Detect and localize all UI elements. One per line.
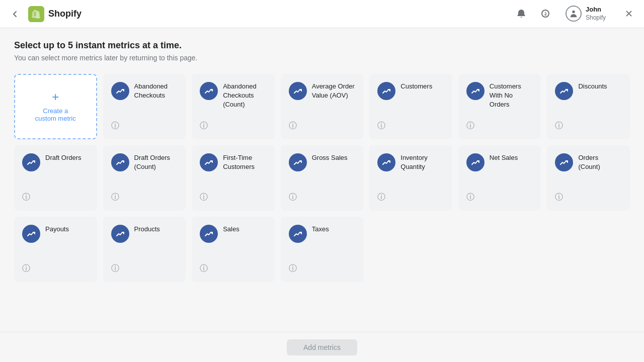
info-icon[interactable]: ⓘ (377, 121, 444, 131)
create-custom-metric-card[interactable]: + Create acustom metric (14, 74, 97, 139)
metric-card-top: Inventory Quantity (377, 153, 444, 171)
shopify-bag-icon (28, 6, 44, 22)
metric-card-top: Abandoned Checkouts (111, 82, 178, 100)
metric-card-products[interactable]: Products ⓘ (103, 217, 186, 282)
metric-card-draft-orders-count[interactable]: Draft Orders (Count) ⓘ (103, 145, 186, 211)
footer: Add metrics (0, 332, 644, 362)
metric-card-top: Discounts (555, 82, 622, 100)
metric-card-top: Taxes (289, 225, 356, 243)
info-icon[interactable]: ⓘ (466, 192, 533, 203)
metric-icon (466, 82, 485, 100)
metric-icon (111, 225, 129, 243)
help-button[interactable] (537, 6, 553, 22)
metric-icon (289, 153, 307, 171)
main-content: Select up to 5 instant metrics at a time… (0, 28, 644, 332)
metric-label: Draft Orders (Count) (134, 153, 178, 171)
page-subtitle: You can select more metrics later by ret… (14, 54, 630, 62)
metric-icon (22, 225, 40, 243)
info-icon[interactable]: ⓘ (111, 121, 178, 131)
metric-card-first-time-customers[interactable]: First-Time Customers ⓘ (192, 145, 275, 211)
metric-label: Customers (400, 82, 432, 91)
user-info: John Shopify (586, 6, 606, 22)
metric-label: Gross Sales (312, 153, 348, 162)
metric-card-top: Products (111, 225, 178, 243)
info-icon[interactable]: ⓘ (555, 192, 622, 203)
metric-card-top: Customers With No Orders (466, 82, 533, 110)
metric-card-customers-no-orders[interactable]: Customers With No Orders ⓘ (458, 74, 541, 139)
back-button[interactable] (8, 7, 22, 21)
user-avatar (566, 6, 582, 22)
info-icon[interactable]: ⓘ (289, 263, 356, 274)
create-label: Create acustom metric (35, 107, 76, 122)
metric-card-top: Sales (200, 225, 267, 243)
metric-card-top: Draft Orders (22, 153, 89, 171)
app-header: Shopify John Shopify (0, 0, 644, 28)
metric-card-sales[interactable]: Sales ⓘ (192, 217, 275, 282)
metric-icon (466, 153, 485, 171)
metric-icon (555, 82, 573, 100)
metric-icon (111, 153, 129, 171)
metric-label: Sales (223, 225, 239, 234)
metric-icon (377, 82, 395, 100)
metric-label: Abandoned Checkouts (Count) (223, 82, 267, 110)
metric-card-top: Customers (377, 82, 444, 100)
metric-card-top: Net Sales (466, 153, 533, 171)
metric-label: Products (134, 225, 160, 234)
header-right: John Shopify (513, 4, 636, 24)
metric-card-inventory-quantity[interactable]: Inventory Quantity ⓘ (369, 145, 452, 211)
info-icon[interactable]: ⓘ (200, 192, 267, 203)
info-icon[interactable]: ⓘ (22, 263, 89, 274)
metric-card-average-order-value[interactable]: Average Order Value (AOV) ⓘ (281, 74, 364, 139)
metric-card-net-sales[interactable]: Net Sales ⓘ (458, 145, 541, 211)
user-name: John (586, 6, 606, 14)
info-icon[interactable]: ⓘ (289, 192, 356, 203)
info-icon[interactable]: ⓘ (377, 192, 444, 203)
metric-label: Payouts (45, 225, 69, 234)
app-name: Shopify (48, 9, 82, 19)
metric-card-abandoned-checkouts[interactable]: Abandoned Checkouts ⓘ (103, 74, 186, 139)
metric-card-gross-sales[interactable]: Gross Sales ⓘ (281, 145, 364, 211)
info-icon[interactable]: ⓘ (22, 192, 89, 203)
header-left: Shopify (8, 6, 82, 22)
metric-icon (289, 82, 307, 100)
metric-label: Taxes (312, 225, 329, 234)
info-icon[interactable]: ⓘ (200, 121, 267, 131)
info-icon[interactable]: ⓘ (466, 121, 533, 131)
metric-icon (200, 153, 218, 171)
metric-label: First-Time Customers (223, 153, 267, 171)
metric-card-orders-count[interactable]: Orders (Count) ⓘ (547, 145, 630, 211)
metric-card-top: Average Order Value (AOV) (289, 82, 356, 100)
metric-card-draft-orders[interactable]: Draft Orders ⓘ (14, 145, 97, 211)
metric-label: Orders (Count) (578, 153, 622, 171)
info-icon[interactable]: ⓘ (289, 121, 356, 131)
metric-icon (200, 82, 218, 100)
info-icon[interactable]: ⓘ (200, 263, 267, 274)
metric-card-payouts[interactable]: Payouts ⓘ (14, 217, 97, 282)
metric-label: Draft Orders (45, 153, 82, 162)
page-title: Select up to 5 instant metrics at a time… (14, 40, 630, 51)
metric-icon (555, 153, 573, 171)
metric-icon (22, 153, 40, 171)
metric-card-top: Abandoned Checkouts (Count) (200, 82, 267, 110)
metric-icon (200, 225, 218, 243)
user-menu[interactable]: John Shopify (561, 4, 610, 24)
metric-card-abandoned-checkouts-count[interactable]: Abandoned Checkouts (Count) ⓘ (192, 74, 275, 139)
metric-card-discounts[interactable]: Discounts ⓘ (547, 74, 630, 139)
metric-card-top: Gross Sales (289, 153, 356, 171)
metric-card-taxes[interactable]: Taxes ⓘ (281, 217, 364, 282)
metric-card-top: Payouts (22, 225, 89, 243)
info-icon[interactable]: ⓘ (111, 192, 178, 203)
info-icon[interactable]: ⓘ (555, 121, 622, 131)
close-button[interactable] (622, 7, 636, 21)
metric-card-top: Orders (Count) (555, 153, 622, 171)
metric-label: Average Order Value (AOV) (312, 82, 356, 100)
notifications-button[interactable] (513, 6, 529, 22)
add-metrics-button[interactable]: Add metrics (287, 339, 357, 355)
metric-card-top: First-Time Customers (200, 153, 267, 171)
metric-card-customers[interactable]: Customers ⓘ (369, 74, 452, 139)
metric-label: Customers With No Orders (490, 82, 533, 110)
metric-icon (289, 225, 307, 243)
user-shop: Shopify (586, 14, 606, 22)
shopify-logo: Shopify (28, 6, 82, 22)
info-icon[interactable]: ⓘ (111, 263, 178, 274)
